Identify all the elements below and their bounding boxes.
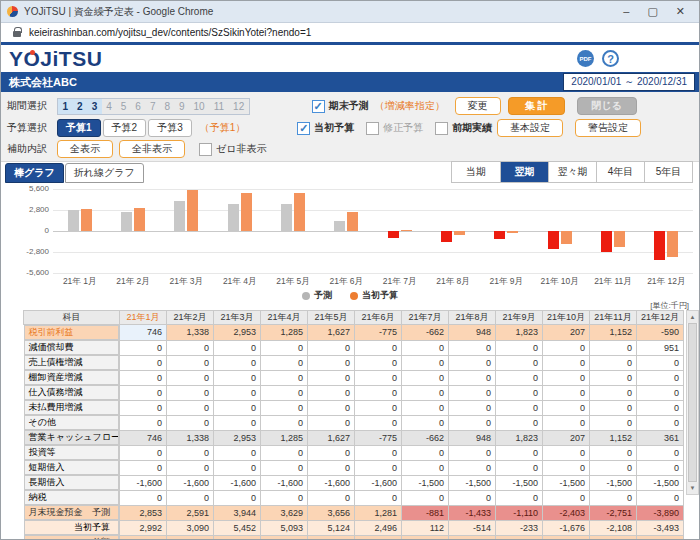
checkbox-checked-icon[interactable]: ✓ [297,122,310,135]
cell-r15-c9[interactable]: -877 [496,535,543,540]
cell-r10-c8[interactable]: 0 [449,460,496,475]
cell-r12-c11[interactable]: 0 [590,490,637,505]
cell-r6-c5[interactable]: 0 [308,400,355,415]
cell-r6-c10[interactable]: 0 [543,400,590,415]
cell-r7-c2[interactable]: 0 [167,415,214,430]
cell-r12-c1[interactable]: 0 [120,490,167,505]
budget-button-1[interactable]: 予算1 [57,119,101,137]
fiscal-period-tabs[interactable]: 当期翌期翌々期4年目5年目 [451,161,693,183]
cell-r6-c6[interactable]: 0 [355,400,402,415]
cell-r2-c5[interactable]: 0 [308,340,355,355]
cell-r1-c4[interactable]: 1,285 [261,325,308,341]
cell-r5-c10[interactable]: 0 [543,385,590,400]
cell-r8-c10[interactable]: 207 [543,430,590,445]
cell-r3-c6[interactable]: 0 [355,355,402,370]
cell-r3-c3[interactable]: 0 [214,355,261,370]
checkbox-checked-icon[interactable]: ✓ [312,100,325,113]
cell-r13-c5[interactable]: 3,656 [308,505,355,520]
cell-r8-c7[interactable]: -662 [402,430,449,445]
cell-r13-c11[interactable]: -2,751 [590,505,637,520]
cell-r5-c1[interactable]: 0 [120,385,167,400]
cell-r7-c5[interactable]: 0 [308,415,355,430]
period-number-6[interactable]: 6 [131,99,146,114]
cell-r1-c9[interactable]: 1,823 [496,325,543,341]
help-icon[interactable]: ? [602,50,619,67]
cell-r4-c11[interactable]: 0 [590,370,637,385]
period-number-8[interactable]: 8 [160,99,175,114]
cell-r6-c8[interactable]: 0 [449,400,496,415]
cell-r14-c7[interactable]: 112 [402,520,449,535]
cell-r7-c7[interactable]: 0 [402,415,449,430]
budget-button-3[interactable]: 予算3 [148,119,192,137]
cell-r9-c12[interactable]: 0 [637,445,684,460]
cell-r2-c3[interactable]: 0 [214,340,261,355]
cell-r12-c8[interactable]: 0 [449,490,496,505]
cell-r13-c8[interactable]: -1,433 [449,505,496,520]
cell-r3-c2[interactable]: 0 [167,355,214,370]
cell-r9-c8[interactable]: 0 [449,445,496,460]
close-button[interactable]: ✕ [676,6,685,17]
change-button[interactable]: 変更 [455,97,501,115]
cell-r5-c6[interactable]: 0 [355,385,402,400]
scrollbar-thumb[interactable] [688,323,697,482]
cell-r6-c1[interactable]: 0 [120,400,167,415]
cell-r7-c11[interactable]: 0 [590,415,637,430]
cell-r8-c1[interactable]: 746 [120,430,167,445]
chart-tab-2[interactable]: 折れ線グラフ [65,163,144,183]
cell-r14-c9[interactable]: -233 [496,520,543,535]
checkbox-unchecked-icon[interactable] [435,122,448,135]
cell-r5-c9[interactable]: 0 [496,385,543,400]
cell-r1-c3[interactable]: 2,953 [214,325,261,341]
cell-r7-c12[interactable]: 0 [637,415,684,430]
table-scrollbar[interactable]: ▲ ▼ [686,310,699,495]
cell-r2-c2[interactable]: 0 [167,340,214,355]
period-number-1[interactable]: 1 [58,99,73,114]
cell-r8-c6[interactable]: -775 [355,430,402,445]
cell-r6-c4[interactable]: 0 [261,400,308,415]
cell-r5-c8[interactable]: 0 [449,385,496,400]
cell-r4-c6[interactable]: 0 [355,370,402,385]
cell-r13-c7[interactable]: -881 [402,505,449,520]
cell-r9-c11[interactable]: 0 [590,445,637,460]
cell-r4-c7[interactable]: 0 [402,370,449,385]
cell-r5-c4[interactable]: 0 [261,385,308,400]
cell-r14-c6[interactable]: 2,496 [355,520,402,535]
budget-button-group[interactable]: 予算1予算2予算3 [57,119,194,137]
cell-r10-c12[interactable]: 0 [637,460,684,475]
maximize-button[interactable]: ▢ [647,6,657,17]
cell-r1-c2[interactable]: 1,338 [167,325,214,341]
cell-r13-c2[interactable]: 2,591 [167,505,214,520]
fiscal-period-tab-4[interactable]: 4年目 [596,162,644,182]
cell-r15-c7[interactable]: -993 [402,535,449,540]
cell-r3-c12[interactable]: 0 [637,355,684,370]
cell-r9-c2[interactable]: 0 [167,445,214,460]
cell-r10-c5[interactable]: 0 [308,460,355,475]
cell-r1-c6[interactable]: -775 [355,325,402,341]
cell-r11-c6[interactable]: -1,600 [355,475,402,490]
period-number-11[interactable]: 11 [209,99,228,114]
cell-r13-c9[interactable]: -1,110 [496,505,543,520]
cell-r10-c3[interactable]: 0 [214,460,261,475]
cell-r4-c4[interactable]: 0 [261,370,308,385]
cell-r7-c1[interactable]: 0 [120,415,167,430]
cell-r10-c6[interactable]: 0 [355,460,402,475]
cell-r10-c9[interactable]: 0 [496,460,543,475]
cell-r7-c4[interactable]: 0 [261,415,308,430]
cell-r3-c8[interactable]: 0 [449,355,496,370]
cell-r10-c4[interactable]: 0 [261,460,308,475]
cell-r6-c9[interactable]: 0 [496,400,543,415]
cell-r4-c8[interactable]: 0 [449,370,496,385]
hide-zero-checkbox[interactable]: ゼロ非表示 [199,142,266,156]
cell-r14-c12[interactable]: -3,493 [637,520,684,535]
show-all-button[interactable]: 全表示 [57,140,113,158]
cell-r1-c5[interactable]: 1,627 [308,325,355,341]
cell-r14-c4[interactable]: 5,093 [261,520,308,535]
cell-r3-c11[interactable]: 0 [590,355,637,370]
cell-r15-c5[interactable]: -1,468 [308,535,355,540]
cell-r15-c12[interactable]: -397 [637,535,684,540]
cell-r8-c11[interactable]: 1,152 [590,430,637,445]
cell-r15-c1[interactable]: -139 [120,535,167,540]
cell-r9-c10[interactable]: 0 [543,445,590,460]
cell-r9-c4[interactable]: 0 [261,445,308,460]
cell-r14-c11[interactable]: -2,108 [590,520,637,535]
